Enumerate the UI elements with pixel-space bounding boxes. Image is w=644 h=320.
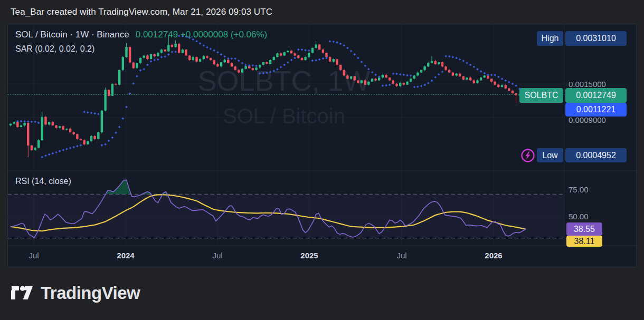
low-value-tag: 0.0004952 [565, 148, 627, 162]
chart-widget: SOLBTC, 1W SOL / Bitcoin SOL / Bitcoin ·… [7, 24, 637, 267]
pane-header: SOL / Bitcoin · 1W · Binance0.0012749 +0… [15, 30, 267, 54]
attribution-text: Tea_Bar created with TradingView.com, Ma… [11, 7, 272, 17]
last-quote: 0.0012749 +0.0000008 (+0.06%) [136, 30, 268, 40]
rsi-indicator-label[interactable]: RSI (14, close) [15, 177, 71, 186]
last-price-tag: 0.0012749 [565, 88, 627, 103]
time-tick-label: Jul [396, 251, 406, 260]
rsi-value-tag: 38.55 [566, 222, 602, 236]
price-tick-label: 0.0015000 [569, 80, 606, 89]
sar-indicator-label[interactable]: SAR (0.02, 0.02, 0.2) [15, 44, 267, 54]
boost-lightning-icon[interactable] [520, 148, 535, 163]
symbol-price-tag: SOLBTC [519, 88, 563, 103]
high-label-tag: High [537, 31, 563, 46]
tradingview-logo-text: TradingView [41, 283, 140, 303]
time-tick-label: Jul [212, 251, 222, 260]
time-tick-label: 2025 [300, 251, 318, 260]
price-tick-label: 0.0009000 [569, 115, 606, 124]
sar-value-tag: 0.0011221 [565, 103, 627, 117]
tradingview-snapshot: Tea_Bar created with TradingView.com, Ma… [0, 0, 644, 320]
low-label-tag: Low [537, 148, 563, 162]
symbol-title[interactable]: SOL / Bitcoin · 1W · Binance [15, 30, 129, 40]
tradingview-logo[interactable]: TradingView [11, 282, 140, 304]
tradingview-logo-mark [11, 282, 34, 304]
rsi-tick-label: 50.00 [569, 212, 589, 221]
time-tick-label: 2024 [117, 251, 134, 260]
rsi-tick-label: 75.00 [569, 185, 589, 194]
rsi-ma-value-tag: 38.11 [566, 236, 602, 247]
time-tick-label: Jul [29, 251, 39, 260]
chart-canvas[interactable] [8, 24, 636, 267]
high-value-tag: 0.0031010 [565, 31, 627, 46]
time-tick-label: 2026 [485, 251, 502, 260]
